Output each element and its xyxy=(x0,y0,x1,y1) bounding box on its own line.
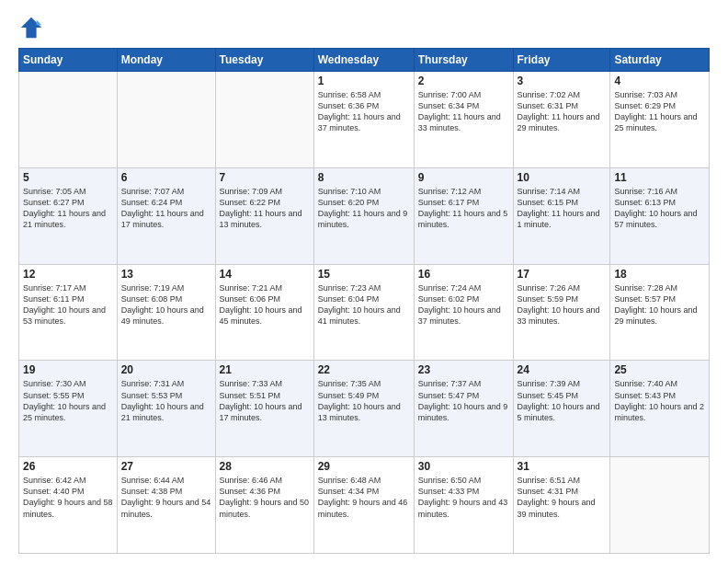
day-info: Sunrise: 7:03 AM Sunset: 6:29 PM Dayligh… xyxy=(614,89,705,134)
day-info: Sunrise: 6:50 AM Sunset: 4:33 PM Dayligh… xyxy=(418,475,509,520)
day-number: 31 xyxy=(518,460,607,473)
day-info: Sunrise: 7:02 AM Sunset: 6:31 PM Dayligh… xyxy=(518,89,607,134)
calendar-cell: 9Sunrise: 7:12 AM Sunset: 6:17 PM Daylig… xyxy=(414,167,513,264)
day-number: 2 xyxy=(418,75,509,87)
calendar-cell: 21Sunrise: 7:33 AM Sunset: 5:51 PM Dayli… xyxy=(215,361,313,457)
calendar-cell: 4Sunrise: 7:03 AM Sunset: 6:29 PM Daylig… xyxy=(610,72,710,168)
logo xyxy=(18,15,48,40)
day-number: 28 xyxy=(220,460,310,473)
day-info: Sunrise: 7:17 AM Sunset: 6:11 PM Dayligh… xyxy=(23,282,113,327)
day-info: Sunrise: 6:58 AM Sunset: 6:36 PM Dayligh… xyxy=(318,89,410,134)
calendar-cell xyxy=(610,457,710,554)
calendar-cell: 30Sunrise: 6:50 AM Sunset: 4:33 PM Dayli… xyxy=(414,457,513,554)
weekday-header-friday: Friday xyxy=(513,49,610,72)
day-info: Sunrise: 7:14 AM Sunset: 6:15 PM Dayligh… xyxy=(518,186,607,231)
weekday-header-sunday: Sunday xyxy=(19,49,118,72)
svg-marker-1 xyxy=(37,20,42,26)
day-number: 30 xyxy=(418,460,509,473)
day-info: Sunrise: 7:31 AM Sunset: 5:53 PM Dayligh… xyxy=(121,378,211,423)
day-number: 23 xyxy=(418,363,509,376)
weekday-header-tuesday: Tuesday xyxy=(215,49,313,72)
header xyxy=(18,15,710,40)
day-info: Sunrise: 6:42 AM Sunset: 4:40 PM Dayligh… xyxy=(23,475,113,520)
calendar-cell: 31Sunrise: 6:51 AM Sunset: 4:31 PM Dayli… xyxy=(513,457,610,554)
day-info: Sunrise: 7:09 AM Sunset: 6:22 PM Dayligh… xyxy=(220,186,310,231)
day-number: 19 xyxy=(23,363,113,376)
day-info: Sunrise: 6:46 AM Sunset: 4:36 PM Dayligh… xyxy=(220,475,310,520)
day-info: Sunrise: 6:48 AM Sunset: 4:34 PM Dayligh… xyxy=(318,475,410,520)
weekday-header-thursday: Thursday xyxy=(414,49,513,72)
calendar-cell: 6Sunrise: 7:07 AM Sunset: 6:24 PM Daylig… xyxy=(117,167,215,264)
day-info: Sunrise: 6:51 AM Sunset: 4:31 PM Dayligh… xyxy=(518,475,607,520)
calendar-cell: 3Sunrise: 7:02 AM Sunset: 6:31 PM Daylig… xyxy=(513,72,610,168)
weekday-header-saturday: Saturday xyxy=(610,49,710,72)
calendar-cell: 17Sunrise: 7:26 AM Sunset: 5:59 PM Dayli… xyxy=(513,264,610,361)
calendar-cell: 1Sunrise: 6:58 AM Sunset: 6:36 PM Daylig… xyxy=(313,72,414,168)
day-info: Sunrise: 6:44 AM Sunset: 4:38 PM Dayligh… xyxy=(121,475,211,520)
page: SundayMondayTuesdayWednesdayThursdayFrid… xyxy=(0,0,728,563)
calendar-cell: 27Sunrise: 6:44 AM Sunset: 4:38 PM Dayli… xyxy=(117,457,215,554)
calendar-cell: 29Sunrise: 6:48 AM Sunset: 4:34 PM Dayli… xyxy=(313,457,414,554)
week-row-5: 26Sunrise: 6:42 AM Sunset: 4:40 PM Dayli… xyxy=(19,457,710,554)
calendar-cell: 19Sunrise: 7:30 AM Sunset: 5:55 PM Dayli… xyxy=(19,361,118,457)
calendar-cell: 13Sunrise: 7:19 AM Sunset: 6:08 PM Dayli… xyxy=(117,264,215,361)
calendar-cell: 26Sunrise: 6:42 AM Sunset: 4:40 PM Dayli… xyxy=(19,457,118,554)
calendar-cell: 25Sunrise: 7:40 AM Sunset: 5:43 PM Dayli… xyxy=(610,361,710,457)
day-number: 25 xyxy=(614,363,705,376)
calendar-cell: 7Sunrise: 7:09 AM Sunset: 6:22 PM Daylig… xyxy=(215,167,313,264)
calendar-cell: 11Sunrise: 7:16 AM Sunset: 6:13 PM Dayli… xyxy=(610,167,710,264)
calendar-cell: 24Sunrise: 7:39 AM Sunset: 5:45 PM Dayli… xyxy=(513,361,610,457)
calendar-cell: 5Sunrise: 7:05 AM Sunset: 6:27 PM Daylig… xyxy=(19,167,118,264)
day-number: 16 xyxy=(418,268,509,281)
day-info: Sunrise: 7:40 AM Sunset: 5:43 PM Dayligh… xyxy=(614,378,705,423)
week-row-3: 12Sunrise: 7:17 AM Sunset: 6:11 PM Dayli… xyxy=(19,264,710,361)
day-number: 20 xyxy=(121,363,211,376)
day-number: 4 xyxy=(614,75,705,87)
calendar-cell: 2Sunrise: 7:00 AM Sunset: 6:34 PM Daylig… xyxy=(414,72,513,168)
day-number: 15 xyxy=(318,268,410,281)
day-number: 8 xyxy=(318,171,410,184)
calendar-cell xyxy=(117,72,215,168)
day-info: Sunrise: 7:28 AM Sunset: 5:57 PM Dayligh… xyxy=(614,282,705,327)
day-number: 12 xyxy=(23,268,113,281)
day-info: Sunrise: 7:12 AM Sunset: 6:17 PM Dayligh… xyxy=(418,186,509,231)
calendar-cell: 28Sunrise: 6:46 AM Sunset: 4:36 PM Dayli… xyxy=(215,457,313,554)
day-number: 6 xyxy=(121,171,211,184)
day-info: Sunrise: 7:33 AM Sunset: 5:51 PM Dayligh… xyxy=(220,378,310,423)
logo-icon xyxy=(18,15,44,40)
day-info: Sunrise: 7:00 AM Sunset: 6:34 PM Dayligh… xyxy=(418,89,509,134)
calendar-cell: 22Sunrise: 7:35 AM Sunset: 5:49 PM Dayli… xyxy=(313,361,414,457)
calendar-cell: 12Sunrise: 7:17 AM Sunset: 6:11 PM Dayli… xyxy=(19,264,118,361)
day-info: Sunrise: 7:07 AM Sunset: 6:24 PM Dayligh… xyxy=(121,186,211,231)
day-info: Sunrise: 7:39 AM Sunset: 5:45 PM Dayligh… xyxy=(518,378,607,423)
day-number: 3 xyxy=(518,75,607,87)
weekday-header-wednesday: Wednesday xyxy=(313,49,414,72)
day-number: 18 xyxy=(614,268,705,281)
day-info: Sunrise: 7:24 AM Sunset: 6:02 PM Dayligh… xyxy=(418,282,509,327)
day-number: 24 xyxy=(518,363,607,376)
day-number: 29 xyxy=(318,460,410,473)
day-info: Sunrise: 7:21 AM Sunset: 6:06 PM Dayligh… xyxy=(220,282,310,327)
day-info: Sunrise: 7:23 AM Sunset: 6:04 PM Dayligh… xyxy=(318,282,410,327)
day-number: 13 xyxy=(121,268,211,281)
day-info: Sunrise: 7:05 AM Sunset: 6:27 PM Dayligh… xyxy=(23,186,113,231)
day-info: Sunrise: 7:16 AM Sunset: 6:13 PM Dayligh… xyxy=(614,186,705,231)
day-info: Sunrise: 7:19 AM Sunset: 6:08 PM Dayligh… xyxy=(121,282,211,327)
weekday-header-monday: Monday xyxy=(117,49,215,72)
calendar-cell: 14Sunrise: 7:21 AM Sunset: 6:06 PM Dayli… xyxy=(215,264,313,361)
day-number: 5 xyxy=(23,171,113,184)
day-number: 26 xyxy=(23,460,113,473)
day-number: 10 xyxy=(518,171,607,184)
day-info: Sunrise: 7:37 AM Sunset: 5:47 PM Dayligh… xyxy=(418,378,509,423)
day-number: 7 xyxy=(220,171,310,184)
day-number: 21 xyxy=(220,363,310,376)
day-info: Sunrise: 7:10 AM Sunset: 6:20 PM Dayligh… xyxy=(318,186,410,231)
calendar-cell: 18Sunrise: 7:28 AM Sunset: 5:57 PM Dayli… xyxy=(610,264,710,361)
calendar-cell: 20Sunrise: 7:31 AM Sunset: 5:53 PM Dayli… xyxy=(117,361,215,457)
calendar-cell: 16Sunrise: 7:24 AM Sunset: 6:02 PM Dayli… xyxy=(414,264,513,361)
day-number: 1 xyxy=(318,75,410,87)
week-row-1: 1Sunrise: 6:58 AM Sunset: 6:36 PM Daylig… xyxy=(19,72,710,168)
calendar-cell xyxy=(19,72,118,168)
week-row-2: 5Sunrise: 7:05 AM Sunset: 6:27 PM Daylig… xyxy=(19,167,710,264)
day-number: 17 xyxy=(518,268,607,281)
